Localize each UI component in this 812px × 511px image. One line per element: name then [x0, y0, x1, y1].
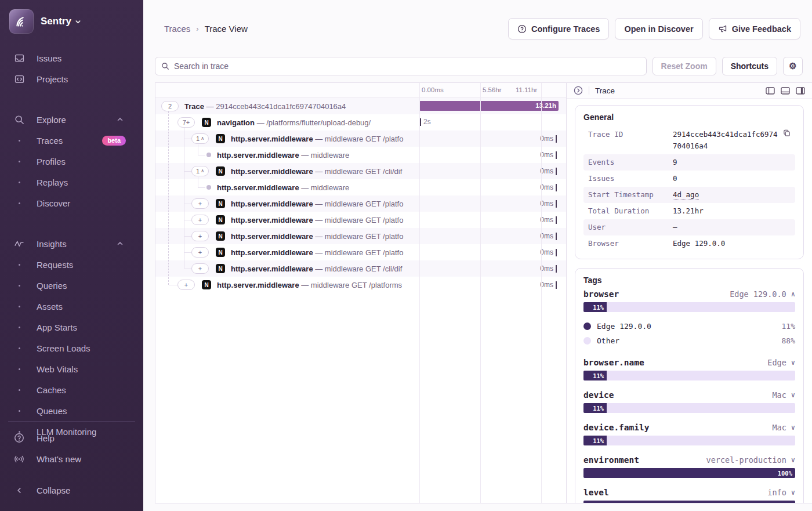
- timeline-cell[interactable]: 0ms: [419, 147, 566, 163]
- timeline-cell[interactable]: 0ms: [419, 163, 566, 179]
- timeline-cell[interactable]: 0ms: [419, 212, 566, 228]
- sidebar-item-projects[interactable]: Projects: [0, 71, 143, 87]
- tag-distribution-bar[interactable]: 11%: [583, 403, 795, 413]
- timeline-cell[interactable]: 0ms: [419, 131, 566, 147]
- timeline-cell[interactable]: 0ms: [419, 260, 566, 277]
- tag-distribution-bar[interactable]: [583, 501, 795, 503]
- trace-tree-row[interactable]: http.server.middleware — middleware0ms: [155, 147, 566, 163]
- tag-toggle[interactable]: browser Edge 129.0.0 ∧: [583, 289, 795, 299]
- shortcuts-button[interactable]: Shortcuts: [722, 57, 777, 75]
- span-bar[interactable]: [556, 216, 557, 224]
- expand-toggle[interactable]: +: [191, 231, 209, 241]
- trace-tree-row[interactable]: 1∧Nhttp.server.middleware — middleware G…: [155, 131, 566, 147]
- broadcast-icon: [14, 454, 24, 464]
- span-bar[interactable]: [420, 118, 421, 126]
- expand-toggle[interactable]: +: [191, 215, 209, 225]
- sidebar-section-explore[interactable]: Explore: [0, 111, 143, 128]
- sidebar-collapse-button[interactable]: Collapse: [0, 482, 143, 498]
- timeline-cell[interactable]: 0ms: [419, 179, 566, 195]
- search-icon: [161, 62, 169, 70]
- trace-tree-row[interactable]: 7+Nnavigation — /platforms/flutter/uploa…: [155, 114, 566, 131]
- timeline-cell[interactable]: 0ms: [419, 228, 566, 244]
- trace-tree-row[interactable]: +Nhttp.server.middleware — middleware GE…: [155, 195, 566, 212]
- span-bar[interactable]: [556, 168, 557, 175]
- trace-tree-row[interactable]: +Nhttp.server.middleware — middleware GE…: [155, 260, 566, 277]
- open-in-discover-button[interactable]: Open in Discover: [615, 18, 702, 39]
- span-bar[interactable]: [556, 200, 557, 208]
- sidebar-item-traces[interactable]: Traces beta: [0, 132, 143, 148]
- copy-icon[interactable]: [783, 129, 791, 152]
- tag-toggle[interactable]: environment vercel-production ∨: [583, 455, 795, 465]
- span-bar[interactable]: [556, 265, 557, 273]
- trace-tree-row[interactable]: 2Trace — 2914cceb443c41dca1fc6974704016a…: [155, 98, 566, 114]
- timeline-cell[interactable]: 0ms: [419, 277, 566, 293]
- trace-tree-row[interactable]: +Nhttp.server.middleware — middleware GE…: [155, 212, 566, 228]
- expand-toggle[interactable]: 1∧: [191, 133, 209, 144]
- tag-toggle[interactable]: browser.name Edge ∨: [583, 358, 795, 367]
- expand-toggle[interactable]: +: [191, 247, 209, 258]
- general-row: Issues 0: [583, 171, 795, 187]
- sidebar-item-queries[interactable]: Queries: [0, 277, 143, 293]
- sidebar-item-replays[interactable]: Replays: [0, 174, 143, 190]
- trace-tree-row[interactable]: +Nhttp.server.middleware — middleware GE…: [155, 244, 566, 260]
- trace-tree-row[interactable]: http.server.middleware — middleware0ms: [155, 179, 566, 195]
- span-bar[interactable]: [556, 249, 557, 256]
- trace-tree-row[interactable]: +Nhttp.server.middleware — middleware GE…: [155, 228, 566, 244]
- span-bar[interactable]: [556, 281, 557, 289]
- layout-right-icon[interactable]: [796, 87, 805, 95]
- expand-panel-icon[interactable]: [574, 86, 583, 95]
- sidebar-item-caches[interactable]: Caches: [0, 382, 143, 398]
- tag-distribution-bar[interactable]: 11%: [583, 302, 795, 312]
- tag-toggle[interactable]: level info ∨: [583, 488, 795, 497]
- tag-legend-row[interactable]: Edge 129.0.0 11%: [583, 319, 795, 334]
- search-input[interactable]: [174, 61, 640, 71]
- trace-settings-button[interactable]: ⚙: [783, 57, 803, 75]
- sidebar-item-what-s-new[interactable]: What's new: [0, 451, 143, 467]
- breadcrumb-traces[interactable]: Traces: [164, 24, 190, 34]
- timeline-cell[interactable]: 13.21h: [419, 98, 566, 114]
- tag-toggle[interactable]: device.family Mac ∨: [583, 423, 795, 432]
- expand-toggle[interactable]: 2: [161, 101, 179, 111]
- sidebar-item-screen-loads[interactable]: Screen Loads: [0, 340, 143, 356]
- trace-duration-bar[interactable]: 13.21h: [419, 101, 559, 111]
- expand-toggle[interactable]: +: [191, 198, 209, 209]
- tag-distribution-bar[interactable]: 11%: [583, 436, 795, 445]
- span-bar[interactable]: [556, 151, 557, 159]
- sidebar-item-app-starts[interactable]: App Starts: [0, 319, 143, 335]
- span-bar[interactable]: [556, 184, 557, 191]
- chevron-down-icon: ∨: [791, 456, 795, 464]
- tag-distribution-bar[interactable]: 11%: [583, 371, 795, 380]
- sidebar-item-discover[interactable]: Discover: [0, 195, 143, 211]
- sidebar-item-web-vitals[interactable]: Web Vitals: [0, 361, 143, 377]
- sidebar-item-help[interactable]: Help: [0, 430, 143, 446]
- layout-bottom-icon[interactable]: [781, 87, 790, 95]
- timeline-cell[interactable]: 0ms: [419, 244, 566, 260]
- tag-toggle[interactable]: device Mac ∨: [583, 390, 795, 400]
- expand-toggle[interactable]: +: [177, 280, 195, 290]
- give-feedback-button[interactable]: Give Feedback: [709, 18, 800, 39]
- sidebar-item-issues[interactable]: Issues: [0, 50, 143, 66]
- expand-toggle[interactable]: 1∧: [191, 166, 209, 176]
- timeline-cell[interactable]: 2s: [419, 114, 566, 131]
- reset-zoom-button[interactable]: Reset Zoom: [652, 57, 716, 75]
- org-switcher[interactable]: Sentry: [0, 0, 143, 34]
- sidebar-item-queues[interactable]: Queues: [0, 403, 143, 419]
- tag-distribution-bar[interactable]: 100%: [583, 468, 795, 478]
- tag-legend-row[interactable]: Other 88%: [583, 334, 795, 348]
- sidebar-section-insights[interactable]: Insights: [0, 235, 143, 252]
- sidebar: Sentry Issues Projects Explore Traces be…: [0, 0, 143, 511]
- configure-traces-button[interactable]: Configure Traces: [508, 18, 609, 39]
- tab-trace[interactable]: Trace: [595, 86, 615, 95]
- timeline-cell[interactable]: 0ms: [419, 195, 566, 212]
- sidebar-item-requests[interactable]: Requests: [0, 256, 143, 273]
- expand-toggle[interactable]: +: [191, 263, 209, 274]
- sidebar-item-profiles[interactable]: Profiles: [0, 153, 143, 169]
- trace-tree-row[interactable]: 1∧Nhttp.server.middleware — middleware G…: [155, 163, 566, 179]
- trace-tree-row[interactable]: +Nhttp.server.middleware — middleware GE…: [155, 277, 566, 293]
- span-bar[interactable]: [556, 233, 557, 240]
- bullet-icon: [14, 263, 24, 266]
- layout-left-icon[interactable]: [766, 87, 775, 95]
- expand-toggle[interactable]: 7+: [177, 117, 195, 128]
- span-bar[interactable]: [556, 135, 557, 143]
- sidebar-item-assets[interactable]: Assets: [0, 298, 143, 314]
